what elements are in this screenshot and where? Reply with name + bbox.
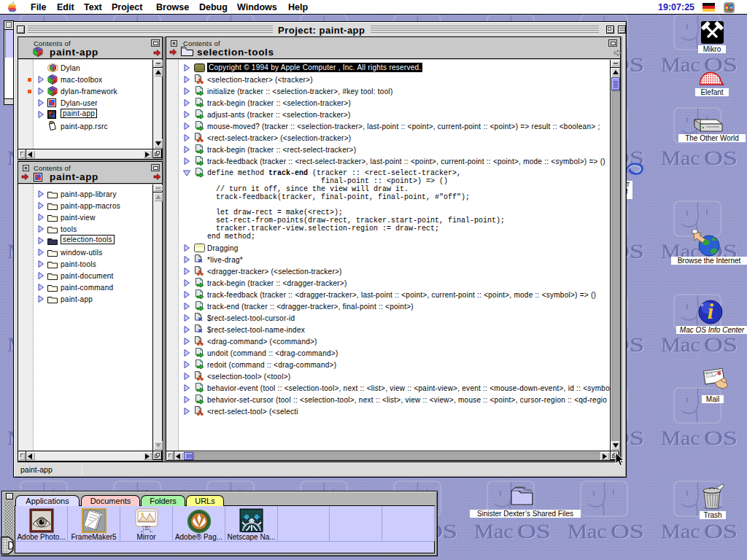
svg-text:i: i bbox=[708, 299, 714, 323]
